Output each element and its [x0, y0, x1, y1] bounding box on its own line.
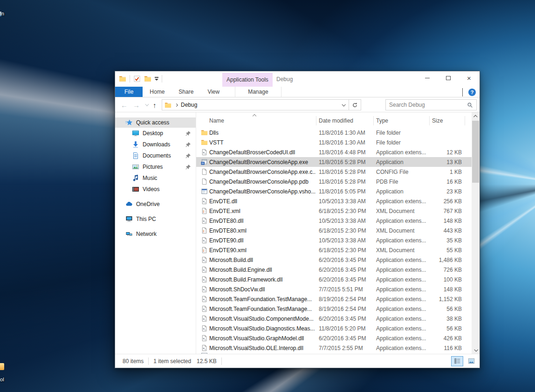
ribbon-tab-manage[interactable]: Manage — [235, 87, 281, 97]
back-button[interactable]: ← — [121, 102, 128, 109]
help-button[interactable]: ? — [468, 89, 476, 96]
sidebar-item-videos[interactable]: Videos — [115, 184, 196, 195]
ribbon-tab-view[interactable]: View — [200, 87, 226, 97]
ribbon-expand-chevron-icon[interactable] — [462, 88, 463, 96]
file-row[interactable]: EnvDTE80.dll10/5/2013 3:38 AMApplication… — [196, 216, 472, 226]
ribbon-tab-file[interactable]: File — [115, 87, 143, 97]
ribbon-right-controls: ? — [462, 87, 476, 97]
vertical-scrollbar[interactable] — [472, 112, 480, 354]
file-type-icon — [196, 335, 209, 342]
file-row[interactable]: Microsoft.VisualStudio.Diagnostics.Meas.… — [196, 323, 472, 333]
properties-checkmark-icon[interactable] — [133, 75, 141, 83]
pin-icon[interactable] — [185, 153, 191, 159]
search-box[interactable] — [385, 99, 477, 110]
column-header-name[interactable]: Name — [209, 117, 224, 124]
column-headers: Name Date modified Type Size — [196, 112, 472, 128]
sidebar-item-pictures[interactable]: Pictures — [115, 161, 196, 172]
desktop-icon-label[interactable]: in — [0, 11, 4, 16]
file-row[interactable]: Microsoft.TeamFoundation.TestManage...8/… — [196, 294, 472, 304]
file-type: Application extens... — [373, 267, 429, 273]
close-icon: × — [467, 75, 471, 82]
address-dropdown-button[interactable] — [338, 100, 349, 110]
column-separator[interactable] — [465, 116, 465, 125]
file-row[interactable]: EnvDTE90.dll10/5/2013 3:38 AMApplication… — [196, 235, 472, 245]
details-view-button[interactable] — [451, 356, 463, 366]
contextual-tab-group[interactable]: Application Tools — [222, 73, 273, 87]
file-row[interactable]: Microsoft.Build.Engine.dll6/20/2016 3:45… — [196, 265, 472, 275]
maximize-button[interactable] — [438, 71, 459, 85]
file-type: Application extens... — [373, 306, 429, 312]
column-header-date-modified[interactable]: Date modified — [319, 117, 353, 124]
sidebar-item-onedrive[interactable]: OneDrive — [115, 199, 196, 210]
desktop-icon-label[interactable]: ol — [0, 377, 4, 382]
file-row[interactable]: VSTT11/8/2016 1:30 AMFile folder — [196, 138, 472, 147]
scroll-down-button[interactable] — [472, 346, 480, 354]
file-row[interactable]: ChangeDefaultBrowserConsoleApp.pdb11/8/2… — [196, 177, 472, 186]
minimize-button[interactable] — [417, 71, 438, 85]
recent-locations-chevron-icon[interactable] — [145, 102, 149, 106]
pin-icon[interactable] — [185, 164, 191, 170]
new-folder-icon[interactable] — [144, 75, 151, 83]
thumbnail-view-button[interactable] — [465, 356, 477, 366]
sidebar-item-desktop[interactable]: Desktop — [115, 128, 196, 139]
file-size: 38 KB — [429, 316, 465, 322]
scroll-up-button[interactable] — [472, 112, 480, 120]
file-row[interactable]: ChangeDefaultBrowserConsoleApp.vsho...11… — [196, 186, 472, 196]
partial-desktop-icon[interactable] — [0, 363, 4, 370]
file-row[interactable]: Microsoft.Build.dll6/20/2016 3:45 PMAppl… — [196, 255, 472, 265]
sidebar-item-this-pc[interactable]: This PC — [115, 213, 196, 225]
column-separator[interactable] — [373, 116, 374, 125]
sidebar-item-music[interactable]: Music — [115, 172, 196, 184]
column-header-type[interactable]: Type — [376, 117, 388, 124]
documents-icon — [132, 152, 139, 159]
search-icon[interactable] — [467, 102, 473, 108]
file-type: PDB File — [373, 179, 429, 185]
explorer-window-icon[interactable] — [119, 75, 126, 83]
breadcrumb[interactable]: Debug — [181, 102, 338, 108]
pin-icon[interactable] — [185, 142, 191, 148]
file-row[interactable]: ChangeDefaultBrowserConsoleApp.exe.c...1… — [196, 167, 472, 177]
file-size: 12 KB — [429, 149, 465, 156]
address-bar[interactable]: Debug — [162, 99, 349, 110]
file-row[interactable]: Microsoft.VisualStudio.ComponentMode...6… — [196, 314, 472, 323]
file-row[interactable]: Microsoft.VisualStudio.GraphModel.dll6/2… — [196, 333, 472, 343]
breadcrumb-chevron-icon[interactable] — [175, 103, 178, 106]
sidebar-item-quick-access[interactable]: Quick access — [115, 117, 196, 128]
file-row[interactable]: Microsoft.Build.Framework.dll6/20/2016 3… — [196, 275, 472, 284]
up-button[interactable]: ↑ — [153, 102, 157, 109]
file-row[interactable]: Microsoft.ShDocVw.dll7/7/2015 5:51 PMApp… — [196, 284, 472, 294]
navigation-buttons: ← → ↑ — [121, 97, 157, 112]
refresh-button[interactable] — [349, 99, 361, 110]
file-row[interactable]: Dlls11/8/2016 1:30 AMFile folder — [196, 128, 472, 138]
sidebar-item-downloads[interactable]: Downloads — [115, 139, 196, 150]
column-separator[interactable] — [316, 116, 316, 125]
close-button[interactable]: × — [459, 71, 480, 85]
file-date: 6/20/2016 3:45 PM — [316, 267, 373, 273]
file-row[interactable]: Microsoft.TeamFoundation.TestManage...8/… — [196, 304, 472, 314]
file-type-icon — [196, 158, 209, 165]
file-size: 100 KB — [429, 276, 465, 283]
file-row[interactable]: Microsoft.VisualStudio.OLE.Interop.dll7/… — [196, 343, 472, 353]
file-row[interactable]: EnvDTE.dll10/5/2013 3:38 AMApplication e… — [196, 196, 472, 206]
file-row[interactable]: EnvDTE90.xml6/18/2015 2:30 PMXML Documen… — [196, 245, 472, 255]
sidebar-item-network[interactable]: Network — [115, 228, 196, 240]
file-row[interactable]: EnvDTE80.xml6/18/2015 2:30 PMXML Documen… — [196, 226, 472, 235]
file-type-icon — [196, 237, 209, 244]
ribbon-tab-share[interactable]: Share — [171, 87, 200, 97]
forward-button[interactable]: → — [133, 102, 140, 109]
column-separator[interactable] — [429, 116, 430, 125]
file-row[interactable]: ChangeDefaultBrowserConsoleApp.exe11/8/2… — [196, 157, 472, 167]
qat-customize-dropdown[interactable] — [155, 77, 158, 81]
file-date: 11/8/2016 5:28 PM — [316, 179, 373, 185]
file-row[interactable]: ChangeDefaultBrosserCodedUI.dll11/8/2016… — [196, 147, 472, 157]
file-date: 8/19/2016 2:54 PM — [316, 306, 373, 312]
sidebar-item-documents[interactable]: Documents — [115, 150, 196, 161]
pin-icon[interactable] — [185, 131, 191, 137]
scrollbar-thumb[interactable] — [472, 121, 479, 183]
file-type: Application extens... — [373, 149, 429, 156]
ribbon-tab-home[interactable]: Home — [143, 87, 171, 97]
search-input[interactable] — [389, 102, 467, 108]
column-header-size[interactable]: Size — [432, 117, 443, 124]
file-row[interactable]: EnvDTE.xml6/18/2015 2:30 PMXML Document7… — [196, 206, 472, 216]
file-explorer-window: Application Tools Debug × FileHomeShareV… — [115, 71, 480, 368]
